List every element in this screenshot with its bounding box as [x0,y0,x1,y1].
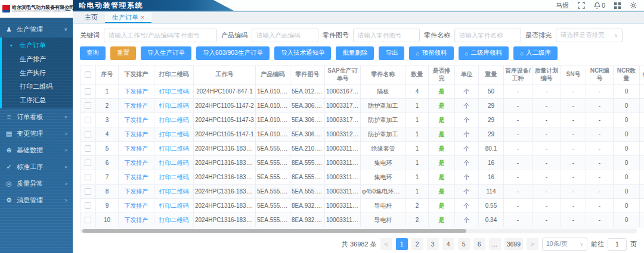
dispatch-schedule-link[interactable]: 下发排产 [125,188,148,195]
dispatch-schedule-link[interactable]: 下发排产 [125,145,148,152]
page-button-4[interactable]: 4 [442,238,454,250]
sidebar-item-生产排产[interactable]: 生产排产 [2,52,73,66]
row-checkbox[interactable] [85,145,91,152]
sidebar-item-生产订单[interactable]: •生产订单 [2,39,73,52]
row-checkbox[interactable] [85,131,91,138]
tab-生产订单[interactable]: 生产订单× [105,12,151,23]
dispatch-schedule-link[interactable]: 下发排产 [125,88,148,95]
horizontal-scrollbar-thumb[interactable] [82,229,466,233]
dispatch-schedule-link[interactable]: 下发排产 [125,160,148,166]
dispatch-schedule-link[interactable]: 下发排产 [125,131,148,138]
table-cell: - [640,113,644,127]
sidebar-group-生产管理[interactable]: ♟生产管理∨ [0,21,73,38]
chevron-right-icon: > [64,131,67,136]
print-qrcode-link[interactable]: 打印二维码 [159,88,189,95]
table-cell: 2024HPC1105-1147-2 [194,99,256,113]
print-qrcode-link[interactable]: 打印二维码 [159,131,189,138]
horizontal-scrollbar[interactable] [80,229,637,233]
row-checkbox[interactable] [85,88,91,95]
print-qrcode-link[interactable]: 打印二维码 [159,217,189,223]
goto-page-input[interactable] [608,238,627,251]
button-预留领料[interactable]: ⌂预留领料 [409,46,453,60]
notifications-bell-icon[interactable]: 0 [594,2,605,9]
dispatch-schedule-link[interactable]: 下发排产 [125,117,148,123]
print-qrcode-link[interactable]: 打印二维码 [159,202,189,209]
page-button-3699[interactable]: 3699 [504,238,523,250]
table-cell: 打印二维码 [154,99,194,113]
button-入二级库[interactable]: ⌂入二级库 [513,46,558,60]
table-cell: 8EA.555.0347 [290,170,325,185]
sidebar-item-工序汇总[interactable]: 工序汇总 [2,93,73,107]
dispatch-schedule-link[interactable]: 下发排产 [125,202,148,209]
button-批量删除[interactable]: 批量删除 [336,46,374,60]
filter-input-零件名称[interactable] [454,29,521,42]
sidebar-group-质量异常[interactable]: ◎质量异常> [0,175,73,192]
print-qrcode-link[interactable]: 打印二维码 [159,174,189,180]
button-label: 二级库领料 [471,49,503,57]
filter-input-产品编码[interactable] [252,29,318,42]
select-all-checkbox[interactable] [85,71,91,78]
button-导入603/903生产订单[interactable]: 导入603/903生产订单 [196,46,270,60]
filter-input-零件图号[interactable] [353,29,420,42]
table-cell: - [504,185,532,199]
tab-主页[interactable]: 主页 [78,12,105,23]
table-cell: 隔板 [361,85,406,99]
button-查询[interactable]: 查询 [80,46,106,60]
row-checkbox[interactable] [85,102,91,109]
sidebar-item-打印二维码[interactable]: 打印二维码 [2,80,73,93]
sidebar-group-基础数据[interactable]: ⊕基础数据> [0,142,73,158]
table-cell: 0 [614,185,640,199]
sidebar-collapse-icon[interactable]: ☰ [65,5,71,12]
button-重置[interactable]: 重置 [110,46,136,60]
company-name-en: HARBIN ELECTRIC POWER EQUIPMENT COMPANY … [12,10,55,13]
print-qrcode-link[interactable]: 打印二维码 [159,160,189,166]
row-checkbox[interactable] [85,188,91,195]
page-button-1[interactable]: 1 [396,238,408,250]
button-导出[interactable]: 导出 [379,46,404,60]
print-qrcode-link[interactable]: 打印二维码 [159,102,189,109]
person-icon: ♟ [5,26,13,33]
dispatch-schedule-link[interactable]: 下发排产 [125,174,148,180]
button-二级库领料[interactable]: ⌂二级库领料 [459,46,509,60]
apps-grid-icon[interactable] [614,2,621,9]
table-cell: - [504,170,532,185]
page-button-3[interactable]: 3 [427,238,439,250]
button-导入技术通知单[interactable]: 导入技术通知单 [274,46,332,60]
table-cell: 10003317841 [325,113,361,127]
row-checkbox[interactable] [85,160,91,166]
next-page-button[interactable]: > [527,238,538,250]
prev-page-button[interactable]: < [380,238,392,250]
row-checkbox[interactable] [85,174,91,180]
sidebar-group-消息管理[interactable]: ⚙消息管理> [0,192,73,208]
row-checkbox[interactable] [85,202,91,209]
chevron-right-icon: > [64,181,67,186]
sidebar-group-标准工序[interactable]: ✓标准工序> [0,158,73,175]
print-qrcode-link[interactable]: 打印二维码 [159,145,189,152]
sidebar-group-订单看板[interactable]: ≡订单看板> [0,108,73,125]
dispatch-schedule-link[interactable]: 下发排产 [125,102,148,109]
table-cell: - [561,199,586,213]
settings-gear-icon[interactable] [630,2,637,9]
page-button-5[interactable]: 5 [458,238,470,250]
tab-close-icon[interactable]: × [141,14,144,21]
page-ellipsis[interactable]: ... [489,238,501,250]
print-qrcode-link[interactable]: 打印二维码 [159,188,189,195]
dispatch-schedule-link[interactable]: 下发排产 [125,217,148,223]
page-button-2[interactable]: 2 [411,238,423,250]
filter-select-是否排完[interactable]: 请选择是否排完∨ [556,29,623,42]
fullscreen-icon[interactable] [578,2,585,9]
filter-input-关键词[interactable] [104,29,217,42]
table-cell: - [586,170,614,185]
row-checkbox[interactable] [85,217,91,223]
user-name[interactable]: 马煜 [556,1,569,10]
page-button-6[interactable]: 6 [473,238,485,250]
sidebar-group-变更管理[interactable]: ▤变更管理> [0,125,73,142]
sidebar-item-生产执行[interactable]: 生产执行 [2,66,73,80]
table-cell: 个 [455,113,479,127]
button-导入生产订单[interactable]: 导入生产订单 [141,46,191,60]
scheduled-status: 是 [439,102,445,109]
page-size-select[interactable]: 10条/页 ∨ [542,238,587,251]
table-header-row: 序号下发排产打印二维码工作号产品编码零件图号SAP生产订单号零件名称数量是否排完… [80,65,644,85]
row-checkbox[interactable] [85,117,91,123]
print-qrcode-link[interactable]: 打印二维码 [159,117,189,123]
